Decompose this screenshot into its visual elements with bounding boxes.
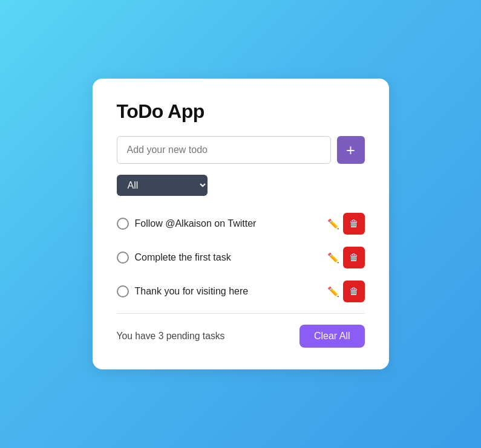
action-buttons-1: ✏️ 🗑: [325, 213, 365, 235]
todo-text-1: Follow @Alkaison on Twitter: [135, 218, 319, 229]
todo-card: ToDo App + All Active Completed Follow @…: [93, 79, 389, 369]
delete-button-2[interactable]: 🗑: [343, 247, 365, 268]
edit-button-2[interactable]: ✏️: [325, 250, 342, 266]
todo-checkbox-2[interactable]: [117, 252, 129, 264]
todo-input[interactable]: [117, 136, 331, 164]
todo-text-3: Thank you for visiting here: [135, 286, 319, 297]
edit-icon-2: ✏️: [327, 252, 339, 264]
add-todo-button[interactable]: +: [337, 136, 365, 164]
filter-row: All Active Completed: [117, 175, 365, 202]
edit-button-1[interactable]: ✏️: [325, 216, 342, 232]
list-item: Thank you for visiting here ✏️ 🗑: [117, 274, 365, 308]
clear-all-button[interactable]: Clear All: [299, 325, 365, 348]
todo-checkbox-3[interactable]: [117, 285, 129, 297]
delete-button-3[interactable]: 🗑: [343, 281, 365, 302]
trash-icon-1: 🗑: [349, 218, 359, 229]
list-item: Follow @Alkaison on Twitter ✏️ 🗑: [117, 207, 365, 241]
list-item: Complete the first task ✏️ 🗑: [117, 241, 365, 274]
trash-icon-2: 🗑: [349, 252, 359, 263]
trash-icon-3: 🗑: [349, 286, 359, 297]
edit-icon-1: ✏️: [327, 218, 339, 230]
app-title: ToDo App: [117, 100, 365, 123]
footer-row: You have 3 pending tasks Clear All: [117, 319, 365, 348]
edit-icon-3: ✏️: [327, 286, 339, 297]
filter-select[interactable]: All Active Completed: [117, 175, 208, 196]
divider: [117, 313, 365, 314]
pending-tasks-text: You have 3 pending tasks: [117, 331, 225, 342]
action-buttons-3: ✏️ 🗑: [325, 281, 365, 302]
todo-list: Follow @Alkaison on Twitter ✏️ 🗑 Complet…: [117, 207, 365, 308]
edit-button-3[interactable]: ✏️: [325, 284, 342, 300]
action-buttons-2: ✏️ 🗑: [325, 247, 365, 268]
input-row: +: [117, 136, 365, 164]
todo-checkbox-1[interactable]: [117, 218, 129, 230]
delete-button-1[interactable]: 🗑: [343, 213, 365, 235]
todo-text-2: Complete the first task: [135, 252, 319, 263]
